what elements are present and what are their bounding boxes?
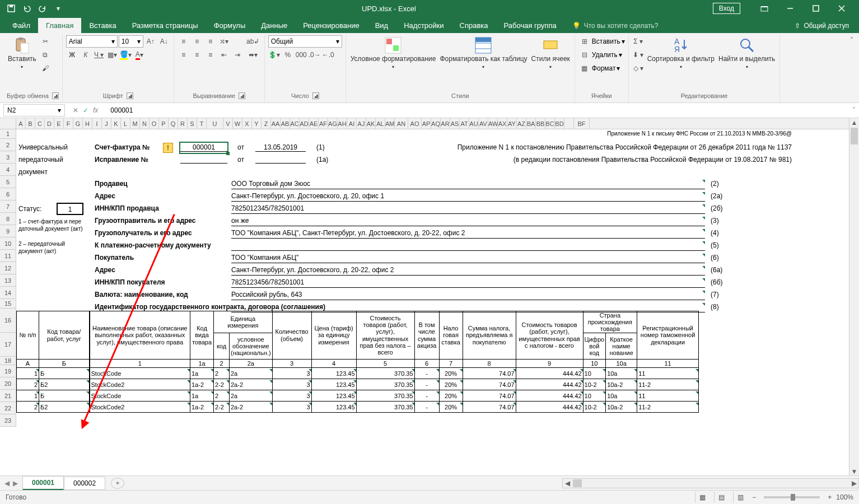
paste-button[interactable]: Вставить▾ [7, 35, 38, 71]
col-header[interactable]: AG [328, 118, 338, 129]
increase-decimal-icon[interactable]: .0→ [309, 49, 321, 61]
col-header[interactable] [564, 118, 574, 129]
tell-me-search[interactable]: 💡Что вы хотите сделать? [564, 18, 666, 33]
col-header[interactable]: B [26, 118, 35, 129]
col-header[interactable]: AF [319, 118, 328, 129]
font-size-combo[interactable]: 10▾ [119, 35, 143, 48]
row-header[interactable]: 8 [0, 213, 16, 225]
vertical-scrollbar[interactable]: ▲ ▼ [849, 119, 859, 475]
col-header[interactable]: AN [395, 118, 408, 129]
align-right-icon[interactable]: ≡ [204, 49, 217, 61]
comma-format-icon[interactable]: 000 [295, 49, 307, 61]
sort-filter-button[interactable]: AЯСортировка и фильтр▾ [646, 35, 716, 71]
orientation-icon[interactable]: ⤭▾ [218, 35, 230, 48]
col-header[interactable]: Z [262, 118, 271, 129]
col-header[interactable]: AR [441, 118, 450, 129]
col-header[interactable]: I [92, 118, 102, 129]
bold-button[interactable]: Ж [66, 49, 78, 61]
row-header[interactable]: 15 [0, 299, 16, 309]
fx-icon[interactable]: fx [93, 106, 98, 114]
font-color-icon[interactable]: A▾ [133, 49, 146, 61]
enter-formula-icon[interactable]: ✓ [83, 106, 88, 114]
col-header[interactable]: Y [252, 118, 262, 129]
col-header[interactable]: C [35, 118, 45, 129]
col-header[interactable]: AB [281, 118, 290, 129]
col-header[interactable]: E [54, 118, 64, 129]
redo-icon[interactable] [36, 2, 49, 15]
col-header[interactable]: AP [422, 118, 431, 129]
row-header[interactable]: 12 [0, 262, 16, 274]
copy-icon[interactable]: ⧉ [39, 49, 52, 61]
fill-color-icon[interactable]: 🪣▾ [120, 49, 132, 61]
col-header[interactable]: AV [479, 118, 488, 129]
col-header[interactable]: V [223, 118, 233, 129]
tab-help[interactable]: Справка [452, 18, 496, 33]
tab-formulas[interactable]: Формулы [206, 18, 254, 33]
align-middle-icon[interactable]: ≡ [191, 35, 203, 48]
row-headers[interactable]: 1234567891011121314151617181920212223 [0, 129, 16, 427]
increase-font-icon[interactable]: A↑ [144, 35, 157, 48]
col-header[interactable]: X [242, 118, 252, 129]
col-header[interactable]: AZ [517, 118, 526, 129]
col-header[interactable]: N [140, 118, 150, 129]
row-header[interactable]: 6 [0, 188, 16, 200]
row-header[interactable]: 11 [0, 250, 16, 262]
tab-view[interactable]: Вид [367, 18, 396, 33]
col-header[interactable]: AD [300, 118, 309, 129]
col-header[interactable]: L [121, 118, 130, 129]
row-header[interactable]: 1 [0, 129, 16, 139]
delete-cells-button[interactable]: ⊟Удалить ▾ [578, 49, 622, 61]
row-header[interactable]: 14 [0, 287, 16, 299]
autosum-icon[interactable]: Σ ▾ [632, 35, 645, 48]
tab-data[interactable]: Данные [253, 18, 295, 33]
decrease-decimal-icon[interactable]: ←.0 [322, 49, 334, 61]
row-header[interactable]: 5 [0, 176, 16, 188]
wrap-text-button[interactable]: ab↲ [245, 35, 261, 48]
alignment-launcher[interactable] [239, 92, 245, 99]
number-format-combo[interactable]: Общий▾ [268, 35, 342, 48]
col-header[interactable]: BC [545, 118, 555, 129]
zoom-slider[interactable] [764, 496, 820, 498]
font-launcher[interactable] [127, 92, 133, 99]
indent-decrease-icon[interactable]: ⇤ [218, 49, 230, 61]
row-header[interactable]: 17 [0, 333, 16, 357]
col-header[interactable]: AT [460, 118, 469, 129]
col-header[interactable]: D [45, 118, 54, 129]
align-center-icon[interactable]: ≡ [191, 49, 203, 61]
insert-cells-button[interactable]: ⊞Вставить ▾ [578, 35, 625, 48]
clipboard-launcher[interactable] [52, 92, 59, 99]
row-header[interactable]: 13 [0, 274, 16, 287]
accounting-format-icon[interactable]: 💲▾ [268, 49, 281, 61]
formula-bar[interactable]: 000001 [106, 106, 849, 114]
col-header[interactable]: AJ [357, 118, 366, 129]
percent-format-icon[interactable]: % [282, 49, 294, 61]
align-top-icon[interactable]: ≡ [178, 35, 190, 48]
merge-center-button[interactable]: ⬌▾ [245, 49, 261, 61]
worksheet[interactable]: ABCDEFGHIJKLMNOPQRSTUVWXYZAAABACADAEAFAG… [0, 118, 859, 475]
col-header[interactable]: AC [290, 118, 300, 129]
find-select-button[interactable]: Найти и выделить▾ [717, 35, 776, 71]
conditional-format-button[interactable]: Условное форматирование▾ [349, 35, 437, 71]
row-header[interactable]: 23 [0, 414, 16, 427]
row-header[interactable]: 10 [0, 237, 16, 250]
zoom-percent[interactable]: 100% [836, 493, 853, 501]
close-icon[interactable] [829, 0, 855, 17]
page-break-view-icon[interactable]: ▥ [733, 492, 748, 503]
italic-button[interactable]: К [80, 49, 92, 61]
col-header[interactable]: M [130, 118, 140, 129]
borders-icon[interactable]: ▦▾ [106, 49, 119, 61]
cut-icon[interactable]: ✂ [39, 35, 52, 48]
tab-home[interactable]: Главная [38, 18, 81, 33]
col-header[interactable]: O [150, 118, 159, 129]
qat-customize-icon[interactable]: ▾ [52, 2, 65, 15]
row-header[interactable]: 16 [0, 309, 16, 333]
zoom-out-icon[interactable]: − [752, 493, 756, 501]
col-header[interactable]: T [197, 118, 207, 129]
signin-button[interactable]: Вход [713, 3, 740, 14]
col-header[interactable]: AA [271, 118, 281, 129]
underline-button[interactable]: Ч ▾ [93, 49, 105, 61]
col-header[interactable]: BD [555, 118, 564, 129]
sheet-nav-prev-icon[interactable]: ◀ [4, 479, 10, 487]
col-header[interactable]: P [159, 118, 169, 129]
row-header[interactable]: 20 [0, 377, 16, 390]
